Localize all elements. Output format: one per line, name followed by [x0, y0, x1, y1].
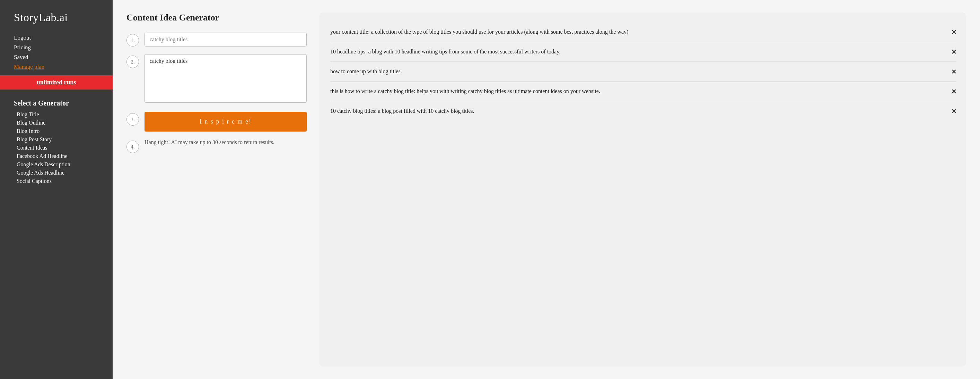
logo-text: StoryLab.ai [14, 11, 68, 24]
generator-content-ideas[interactable]: Content Ideas [17, 145, 96, 151]
page-title: Content Idea Generator [126, 13, 307, 23]
result-item-2: how to come up with blog titles. ✕ [330, 62, 956, 82]
step-4-circle: 4. [126, 141, 139, 153]
results-section: your content title: a collection of the … [319, 13, 966, 366]
result-text-1: 10 headline tips: a blog with 10 headlin… [330, 48, 950, 56]
nav-pricing[interactable]: Pricing [14, 43, 99, 52]
generator-google-ads-description[interactable]: Google Ads Description [17, 162, 96, 168]
sidebar-nav: Logout Pricing Saved Manage plan [0, 34, 113, 71]
step-2-content: catchy blog titles [145, 54, 307, 104]
result-text-4: 10 catchy blog titles: a blog post fille… [330, 107, 950, 115]
step-1-content [145, 33, 307, 46]
step-1-input[interactable] [145, 33, 307, 46]
main-content: Content Idea Generator 1. 2. catchy blog… [113, 0, 980, 379]
step-4-row: 4. Hang tight! AI may take up to 30 seco… [126, 139, 307, 153]
generator-social-captions[interactable]: Social Captions [17, 178, 96, 184]
result-item-0: your content title: a collection of the … [330, 22, 956, 42]
generator-google-ads-headline[interactable]: Google Ads Headline [17, 170, 96, 176]
generator-facebook-ad-headline[interactable]: Facebook Ad Headline [17, 153, 96, 159]
result-close-3[interactable]: ✕ [950, 88, 956, 96]
step-1-circle: 1. [126, 34, 139, 46]
sidebar-logo: StoryLab.ai [0, 0, 113, 34]
sidebar-generator-list: Blog Title Blog Outline Blog Intro Blog … [0, 111, 113, 184]
step-3-content: I n s p i r e m e! [145, 112, 307, 131]
step-3-row: 3. I n s p i r e m e! [126, 112, 307, 131]
nav-manage-plan[interactable]: Manage plan [14, 63, 99, 71]
step-4-content: Hang tight! AI may take up to 30 seconds… [145, 139, 307, 146]
nav-saved[interactable]: Saved [14, 53, 99, 61]
nav-logout[interactable]: Logout [14, 34, 99, 42]
step-2-row: 2. catchy blog titles [126, 54, 307, 104]
step-2-textarea[interactable]: catchy blog titles [145, 54, 307, 103]
result-close-1[interactable]: ✕ [950, 48, 956, 56]
sidebar: StoryLab.ai Logout Pricing Saved Manage … [0, 0, 113, 379]
generator-blog-outline[interactable]: Blog Outline [17, 120, 96, 126]
form-section: Content Idea Generator 1. 2. catchy blog… [126, 13, 307, 366]
result-item-4: 10 catchy blog titles: a blog post fille… [330, 101, 956, 121]
generator-blog-post-story[interactable]: Blog Post Story [17, 136, 96, 142]
result-close-4[interactable]: ✕ [950, 107, 956, 115]
generator-blog-intro[interactable]: Blog Intro [17, 128, 96, 134]
inspire-button[interactable]: I n s p i r e m e! [145, 112, 307, 131]
result-text-3: this is how to write a catchy blog title… [330, 87, 950, 96]
result-item-1: 10 headline tips: a blog with 10 headlin… [330, 42, 956, 62]
result-close-0[interactable]: ✕ [950, 29, 956, 36]
generator-blog-title[interactable]: Blog Title [17, 111, 96, 118]
step-2-circle: 2. [126, 56, 139, 68]
result-item-3: this is how to write a catchy blog title… [330, 82, 956, 101]
unlimited-runs-banner: unlimited runs [0, 75, 113, 90]
select-generator-label: Select a Generator [0, 90, 113, 111]
result-text-0: your content title: a collection of the … [330, 28, 950, 36]
step-3-circle: 3. [126, 113, 139, 126]
result-close-2[interactable]: ✕ [950, 68, 956, 76]
result-text-2: how to come up with blog titles. [330, 67, 950, 76]
step-1-row: 1. [126, 33, 307, 46]
wait-text: Hang tight! AI may take up to 30 seconds… [145, 139, 274, 145]
